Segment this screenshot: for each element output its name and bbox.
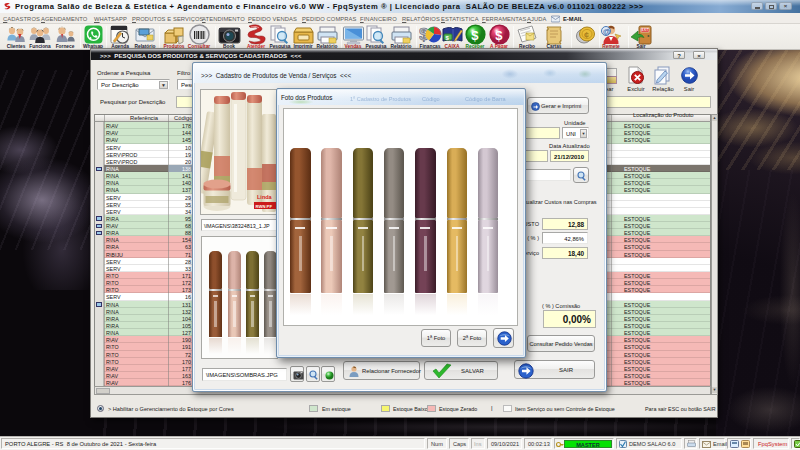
svg-text:Linda: Linda: [257, 194, 273, 200]
svg-text:@: @: [602, 27, 610, 36]
svg-text:EXIT: EXIT: [641, 28, 648, 32]
svg-text:$: $: [471, 28, 479, 43]
svg-text:¢: ¢: [584, 30, 589, 40]
svg-text:RWN PF: RWN PF: [256, 204, 273, 209]
svg-text:$: $: [495, 28, 503, 43]
